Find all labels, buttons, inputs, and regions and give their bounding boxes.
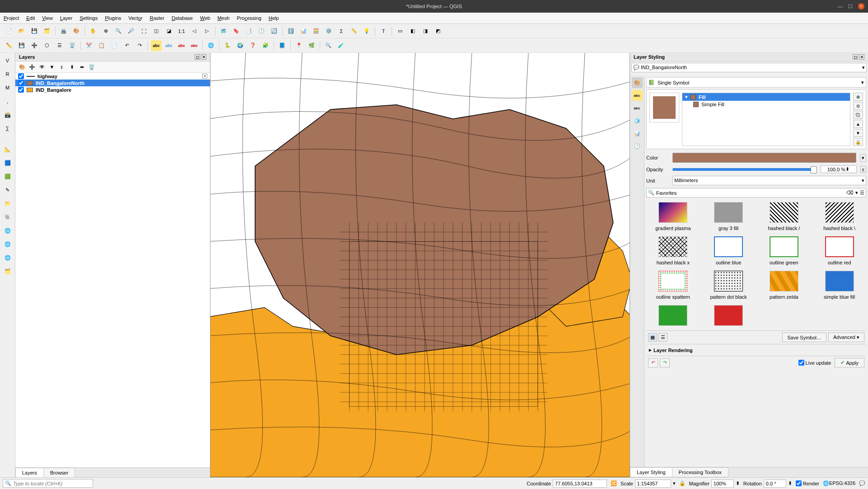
layer-checkbox[interactable] (18, 73, 24, 79)
duplicate-symbol-button[interactable]: ⿻ (853, 111, 863, 119)
save-symbol-button[interactable]: Save Symbol… (782, 333, 826, 342)
deselect-icon[interactable]: ◨ (420, 26, 431, 37)
rotation-input[interactable] (764, 480, 786, 488)
style-extra-green[interactable] (648, 305, 698, 329)
label-abc-blue-icon[interactable]: abc (163, 40, 174, 51)
add-feature-icon[interactable]: ➕ (29, 40, 40, 51)
style-gradient-plasma[interactable]: gradient plasma (648, 202, 698, 231)
style-hashed-black-x[interactable]: hashed black x (648, 236, 698, 265)
style-hashed-black-back[interactable]: hashed black \ (814, 202, 864, 231)
magnifier-input[interactable] (711, 480, 734, 488)
layer-item-highway[interactable]: highway ≡ (15, 73, 210, 80)
layer-expression-icon[interactable]: ε (58, 63, 66, 71)
toolbox-icon[interactable]: ⚙️ (323, 26, 334, 37)
icon-view-button[interactable]: ▦ (648, 333, 657, 342)
processing-icon[interactable]: 🔍 (323, 40, 334, 51)
tab-3d-icon[interactable]: 🧊 (632, 115, 643, 126)
delete-selected-icon[interactable]: 🗑️ (67, 40, 78, 51)
menu-processing[interactable]: Processing (237, 15, 261, 21)
apply-button[interactable]: ✔Apply (835, 358, 864, 367)
identify-icon[interactable]: ℹ️ (285, 26, 296, 37)
symbol-tree-simple-fill[interactable]: Simple Fill (682, 101, 850, 108)
locator-bar[interactable]: 🔍 (3, 479, 93, 488)
style-outline-green[interactable]: outline green (759, 236, 809, 265)
maximize-button[interactable]: ☐ (848, 4, 853, 9)
layers-undock-button[interactable]: ◻ (195, 54, 200, 60)
minimize-button[interactable]: — (838, 4, 843, 9)
osm-icon[interactable]: 🌐 (205, 40, 216, 51)
symbol-tree[interactable]: ▾ Fill Simple Fill (682, 93, 850, 146)
layer-style-icon[interactable]: 🎨 (18, 63, 26, 71)
zoom-native-icon[interactable]: 1:1 (176, 26, 187, 37)
add-xyz-icon[interactable]: 🗂️ (2, 265, 14, 277)
style-outline-xpattern[interactable]: outline xpattern (648, 271, 698, 300)
layer-filter-icon[interactable]: ▼ (48, 63, 56, 71)
layers-close-button[interactable]: ✕ (201, 54, 206, 60)
symbol-tree-fill[interactable]: ▾ Fill (682, 93, 850, 101)
undo-style-button[interactable]: ↶ (648, 358, 658, 367)
styling-undock-button[interactable]: ◻ (853, 54, 858, 60)
help-icon[interactable]: ❓ (247, 40, 258, 51)
add-vector-icon[interactable]: V (2, 55, 14, 66)
new-memory-icon[interactable]: ✎ (2, 184, 14, 196)
styling-close-button[interactable]: ✕ (859, 54, 864, 60)
menu-help[interactable]: Help (269, 15, 279, 21)
layer-add-group-icon[interactable]: ➕ (28, 63, 36, 71)
color-picker[interactable] (672, 153, 856, 163)
unit-select[interactable]: Millimeters▾ (672, 176, 866, 185)
add-virtual-icon[interactable]: ∑ (2, 122, 14, 134)
redo-style-button[interactable]: ↷ (660, 358, 670, 367)
label-pin-icon[interactable]: abc (189, 40, 200, 51)
lock-scale-icon[interactable]: 🔒 (679, 480, 686, 486)
layer-checkbox[interactable] (18, 87, 24, 93)
list-view-button[interactable]: ☰ (658, 333, 667, 342)
live-update-checkbox[interactable]: Live update (798, 360, 831, 366)
new-spatialite-icon[interactable]: 🟦 (2, 157, 14, 169)
layer-visibility-icon[interactable]: 👁️ (38, 63, 46, 71)
style-manager-icon[interactable]: 🎨 (71, 26, 82, 37)
georef-icon[interactable]: 📍 (294, 40, 304, 51)
refresh-icon[interactable]: 🔄 (269, 26, 280, 37)
pan-icon[interactable]: ✋ (88, 26, 98, 37)
new-project-icon[interactable]: 📄 (4, 26, 14, 37)
zoom-full-icon[interactable]: ⛶ (138, 26, 149, 37)
menu-web[interactable]: Web (200, 15, 210, 21)
tab-symbology-icon[interactable]: 🎨 (632, 77, 643, 88)
redo-icon[interactable]: ↷ (134, 40, 145, 51)
menu-vector[interactable]: Vector (128, 15, 142, 21)
render-checkbox[interactable]: Render (796, 480, 819, 486)
vertex-tool-icon[interactable]: ⬡ (42, 40, 52, 51)
add-wfs-icon[interactable]: 🌐 (2, 252, 14, 263)
layer-checkbox[interactable] (18, 80, 24, 86)
python-console-icon[interactable]: 🐍 (222, 40, 233, 51)
zoom-selection-icon[interactable]: ◫ (151, 26, 162, 37)
grass-icon[interactable]: 🌿 (306, 40, 317, 51)
add-postgis-icon[interactable]: 🐘 (2, 211, 14, 223)
metasearch-icon[interactable]: 🌍 (235, 40, 246, 51)
layer-item-bangalore[interactable]: IND_Bangalore (15, 86, 210, 93)
style-gray-3-fill[interactable]: gray 3 fill (704, 202, 754, 231)
open-project-icon[interactable]: 📂 (16, 26, 27, 37)
style-manager-button[interactable]: ☰ (860, 190, 864, 196)
save-project-icon[interactable]: 💾 (29, 26, 40, 37)
layer-rendering-section[interactable]: ▸ Layer Rendering (646, 344, 866, 356)
zoom-in-icon[interactable]: 🔍 (113, 26, 124, 37)
opacity-slider[interactable] (672, 168, 817, 171)
save-as-icon[interactable]: 🗂️ (42, 26, 52, 37)
add-mesh-icon[interactable]: M (2, 82, 14, 94)
menu-edit[interactable]: Edit (26, 15, 35, 21)
select-features-icon[interactable]: ▭ (395, 26, 406, 37)
layer-item-bangalore-north[interactable]: IND_BangaloreNorth (15, 80, 210, 86)
plugin-icon[interactable]: 🧩 (260, 40, 271, 51)
modify-attributes-icon[interactable]: ☰ (54, 40, 65, 51)
tab-layer-styling[interactable]: Layer Styling (630, 467, 672, 477)
model-icon[interactable]: 🧪 (336, 40, 346, 51)
coordinate-input[interactable] (553, 480, 607, 488)
measure-icon[interactable]: 📏 (349, 26, 359, 37)
save-edits-icon[interactable]: 💾 (16, 40, 27, 51)
plugin2-icon[interactable]: 📘 (277, 40, 288, 51)
layer-remove-icon[interactable]: 🗑️ (88, 63, 96, 71)
style-outline-blue[interactable]: outline blue (704, 236, 754, 265)
scale-input[interactable] (635, 480, 671, 488)
new-map-view-icon[interactable]: 🗺️ (218, 26, 229, 37)
